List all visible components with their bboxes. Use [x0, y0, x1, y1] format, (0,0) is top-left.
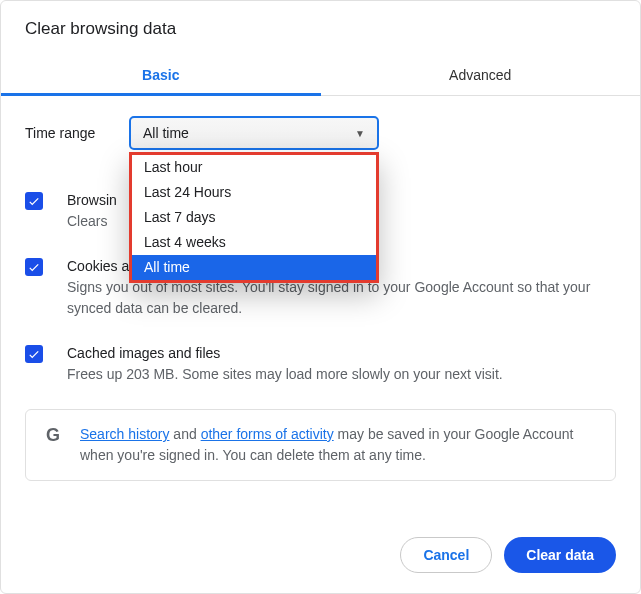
button-label: Clear data	[526, 547, 594, 563]
notice-text-fragment: and	[169, 426, 200, 442]
time-range-row: Time range All time ▼ Last hour Last 24 …	[25, 116, 616, 150]
time-range-option-last-7-days[interactable]: Last 7 days	[132, 205, 376, 230]
time-range-select[interactable]: All time ▼	[129, 116, 379, 150]
tab-advanced[interactable]: Advanced	[321, 53, 641, 95]
option-description: Signs you out of most sites. You'll stay…	[67, 277, 616, 319]
google-g-icon: G	[42, 424, 64, 446]
check-icon	[27, 347, 41, 361]
google-account-notice: G Search history and other forms of acti…	[25, 409, 616, 481]
option-text: Cached images and files Frees up 203 MB.…	[67, 343, 616, 385]
link-search-history[interactable]: Search history	[80, 426, 169, 442]
clear-data-button[interactable]: Clear data	[504, 537, 616, 573]
tab-basic[interactable]: Basic	[1, 53, 321, 95]
time-range-selected-value: All time	[143, 125, 189, 141]
time-range-option-all-time[interactable]: All time	[132, 255, 376, 280]
time-range-option-last-24-hours[interactable]: Last 24 Hours	[132, 180, 376, 205]
clear-browsing-data-dialog: Clear browsing data Basic Advanced Time …	[0, 0, 641, 594]
link-other-activity[interactable]: other forms of activity	[201, 426, 334, 442]
checkbox-cookies[interactable]	[25, 258, 43, 276]
option-title: Cached images and files	[67, 343, 616, 364]
check-icon	[27, 260, 41, 274]
time-range-label: Time range	[25, 125, 115, 141]
chevron-down-icon: ▼	[355, 128, 365, 139]
option-description: Frees up 203 MB. Some sites may load mor…	[67, 364, 616, 385]
option-cached: Cached images and files Frees up 203 MB.…	[25, 343, 616, 385]
notice-text: Search history and other forms of activi…	[80, 424, 599, 466]
tab-label: Advanced	[449, 67, 511, 83]
checkbox-cached[interactable]	[25, 345, 43, 363]
time-range-dropdown: Last hour Last 24 Hours Last 7 days Last…	[129, 152, 379, 283]
cancel-button[interactable]: Cancel	[400, 537, 492, 573]
dialog-title: Clear browsing data	[1, 1, 640, 39]
tabs: Basic Advanced	[1, 53, 640, 96]
button-label: Cancel	[423, 547, 469, 563]
dialog-footer: Cancel Clear data	[400, 537, 616, 573]
time-range-option-last-hour[interactable]: Last hour	[132, 155, 376, 180]
check-icon	[27, 194, 41, 208]
time-range-option-last-4-weeks[interactable]: Last 4 weeks	[132, 230, 376, 255]
dialog-body: Time range All time ▼ Last hour Last 24 …	[1, 96, 640, 481]
checkbox-browsing-history[interactable]	[25, 192, 43, 210]
tab-label: Basic	[142, 67, 179, 83]
